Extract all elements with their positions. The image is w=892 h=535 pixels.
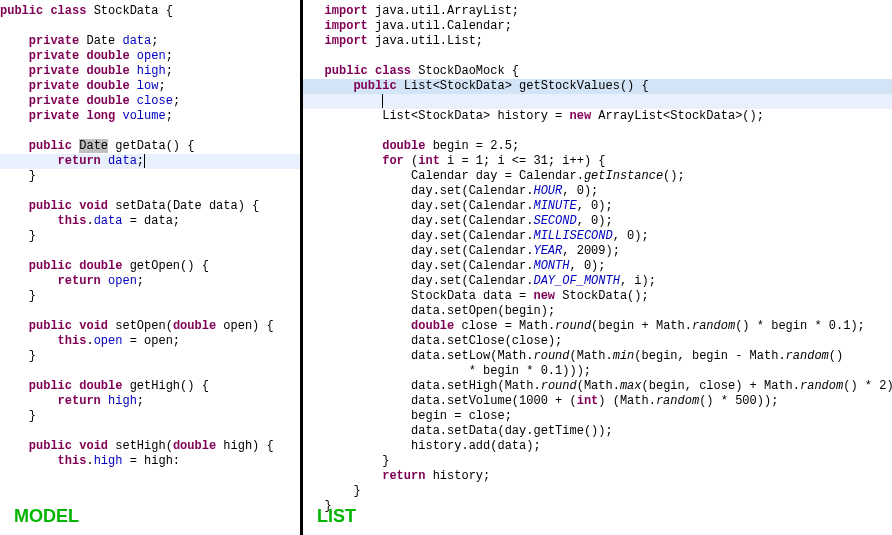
left-code[interactable]: public class StockData { private Date da… — [0, 0, 300, 473]
right-pane-label: LIST — [317, 506, 356, 527]
left-code-pane[interactable]: public class StockData { private Date da… — [0, 0, 303, 535]
left-pane-label: MODEL — [14, 506, 79, 527]
right-code-pane[interactable]: import java.util.ArrayList; import java.… — [303, 0, 892, 535]
right-code[interactable]: import java.util.ArrayList; import java.… — [303, 0, 892, 518]
